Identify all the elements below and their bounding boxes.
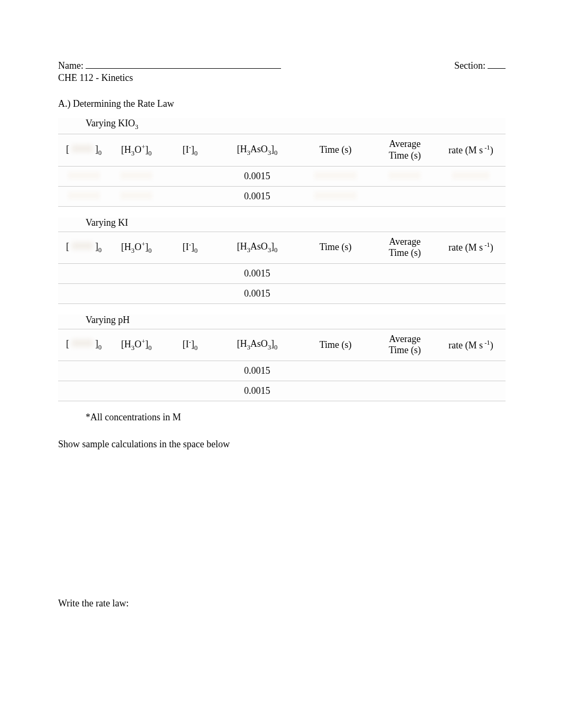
- cell-h3aso3: 0.0015: [217, 381, 297, 401]
- cell-h3aso3: 0.0015: [217, 361, 297, 381]
- bracket-open: [: [63, 144, 69, 154]
- blurred-species: [72, 145, 93, 152]
- cell-blank[interactable]: [373, 186, 436, 206]
- page: Name: Section: CHE 112 - Kinetics A.) De…: [0, 0, 561, 609]
- col-time: Time (s): [297, 329, 373, 361]
- cell-blank[interactable]: [297, 361, 373, 381]
- col-h3o: [H3O+]0: [109, 134, 163, 166]
- table-header-row: [ ]0 [H3O+]0 [I-]0 [H3AsO3]0 Time (s): [58, 232, 506, 263]
- cell-blank[interactable]: [109, 186, 163, 206]
- col-avg-time: AverageTime (s): [373, 134, 436, 166]
- col-h3aso3: [H3AsO3]0: [217, 134, 297, 166]
- name-blank-line[interactable]: [86, 58, 281, 69]
- course-title: CHE 112 - Kinetics: [58, 72, 506, 84]
- table-header-row: [ ]0 [H3O+]0 [I-]0 [H3AsO3]0 Time (s): [58, 134, 506, 166]
- blurred-species: [72, 339, 93, 347]
- cell-blank[interactable]: [436, 381, 506, 401]
- sample-calc-prompt: Show sample calculations in the space be…: [58, 439, 506, 450]
- col-species-bracket: [ ]0: [58, 134, 109, 166]
- cell-blank[interactable]: [373, 283, 436, 303]
- cell-blank[interactable]: [373, 381, 436, 401]
- col-iodide: [I-]0: [163, 329, 217, 361]
- bracket-close: ]0: [95, 338, 105, 349]
- rate-law-prompt: Write the rate law:: [58, 598, 506, 609]
- col-species-bracket: [ ]0: [58, 329, 109, 361]
- table-header-row: [ ]0 [H3O+]0 [I-]0 [H3AsO3]0 Time (s): [58, 329, 506, 361]
- bracket-open: [: [63, 241, 69, 252]
- cell-blank[interactable]: [58, 263, 109, 283]
- cell-blank[interactable]: [163, 166, 217, 186]
- cell-blank[interactable]: [297, 283, 373, 303]
- table-varying-kio3: Varying KIO3 [ ]0 [H3O+]0 [I-]0: [58, 118, 506, 207]
- col-h3aso3: [H3AsO3]0: [217, 232, 297, 263]
- cell-blank[interactable]: [109, 263, 163, 283]
- table-row: 0.0015: [58, 166, 506, 186]
- cell-blank[interactable]: [436, 361, 506, 381]
- section-field: Section:: [454, 58, 506, 71]
- table-title-text: Varying pH: [86, 315, 130, 325]
- name-field: Name:: [58, 58, 281, 71]
- col-time: Time (s): [297, 134, 373, 166]
- table-varying-ph: Varying pH [ ]0 [H3O+]0 [I-]0: [58, 315, 506, 401]
- cell-blank[interactable]: [163, 186, 217, 206]
- table-row: 0.0015: [58, 283, 506, 303]
- cell-blank[interactable]: [109, 283, 163, 303]
- col-avg-time: AverageTime (s): [373, 329, 436, 361]
- table-title-text: Varying KIO: [86, 118, 135, 128]
- cell-blank[interactable]: [436, 186, 506, 206]
- cell-blank[interactable]: [109, 381, 163, 401]
- cell-h3aso3: 0.0015: [217, 283, 297, 303]
- cell-blank[interactable]: [297, 186, 373, 206]
- table-title-text: Varying KI: [86, 217, 128, 228]
- cell-blank[interactable]: [436, 263, 506, 283]
- col-h3aso3: [H3AsO3]0: [217, 329, 297, 361]
- cell-blank[interactable]: [163, 361, 217, 381]
- col-rate: rate (M s -1): [436, 134, 506, 166]
- col-iodide: [I-]0: [163, 134, 217, 166]
- cell-blank[interactable]: [373, 166, 436, 186]
- table-row: 0.0015: [58, 186, 506, 206]
- col-h3o: [H3O+]0: [109, 329, 163, 361]
- table-row: 0.0015: [58, 263, 506, 283]
- col-species-bracket: [ ]0: [58, 232, 109, 263]
- cell-blank[interactable]: [163, 263, 217, 283]
- cell-blank[interactable]: [58, 186, 109, 206]
- table-row: 0.0015: [58, 361, 506, 381]
- cell-blank[interactable]: [373, 263, 436, 283]
- table-title: Varying pH: [58, 315, 506, 329]
- data-table: [ ]0 [H3O+]0 [I-]0 [H3AsO3]0 Time (s): [58, 134, 506, 206]
- col-time: Time (s): [297, 232, 373, 263]
- cell-blank[interactable]: [109, 361, 163, 381]
- section-a-heading: A.) Determining the Rate Law: [58, 98, 506, 109]
- cell-blank[interactable]: [297, 166, 373, 186]
- bracket-close: ]0: [95, 241, 105, 252]
- table-row: 0.0015: [58, 381, 506, 401]
- data-table: [ ]0 [H3O+]0 [I-]0 [H3AsO3]0 Time (s): [58, 232, 506, 304]
- cell-blank[interactable]: [58, 381, 109, 401]
- col-rate: rate (M s -1): [436, 232, 506, 263]
- col-avg-time: AverageTime (s): [373, 232, 436, 263]
- cell-blank[interactable]: [58, 361, 109, 381]
- concentration-note: *All concentrations in M: [58, 412, 506, 423]
- cell-h3aso3: 0.0015: [217, 263, 297, 283]
- section-blank-line[interactable]: [488, 58, 506, 69]
- cell-blank[interactable]: [163, 283, 217, 303]
- name-label: Name:: [58, 60, 83, 71]
- bracket-close: ]0: [95, 144, 105, 154]
- col-h3o: [H3O+]0: [109, 232, 163, 263]
- cell-blank[interactable]: [297, 381, 373, 401]
- cell-blank[interactable]: [163, 381, 217, 401]
- col-rate: rate (M s -1): [436, 329, 506, 361]
- blurred-species: [72, 242, 93, 250]
- header-row: Name: Section:: [58, 58, 506, 71]
- cell-blank[interactable]: [297, 263, 373, 283]
- cell-blank[interactable]: [436, 283, 506, 303]
- table-title: Varying KIO3: [58, 118, 506, 134]
- cell-blank[interactable]: [373, 361, 436, 381]
- table-title: Varying KI: [58, 217, 506, 232]
- cell-blank[interactable]: [58, 283, 109, 303]
- cell-blank[interactable]: [109, 166, 163, 186]
- cell-blank[interactable]: [58, 166, 109, 186]
- cell-h3aso3: 0.0015: [217, 186, 297, 206]
- cell-blank[interactable]: [436, 166, 506, 186]
